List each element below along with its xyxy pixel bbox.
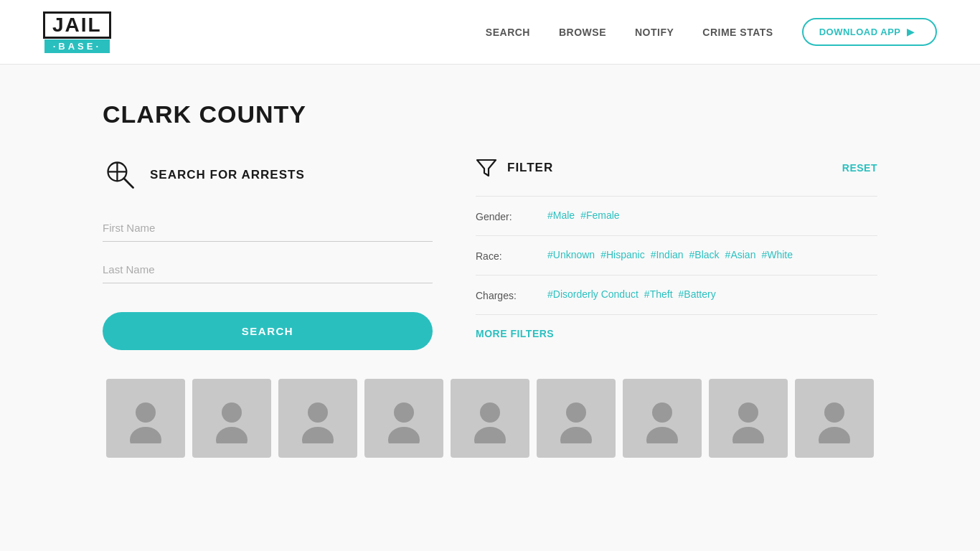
gender-label: Gender:	[476, 209, 533, 222]
logo-jail-text: JAIL	[43, 11, 111, 39]
profile-avatar-icon	[293, 393, 343, 443]
filter-title: FILTER	[507, 161, 553, 175]
svg-point-6	[130, 427, 161, 443]
nav-crime-stats[interactable]: CRIME STATS	[702, 27, 773, 38]
filter-title-group: FILTER	[476, 157, 553, 179]
charges-label: Charges:	[476, 288, 533, 301]
search-section-header: SEARCH FOR ARRESTS	[103, 157, 433, 193]
profile-avatar-icon	[465, 393, 515, 443]
nav-notify[interactable]: NOTIFY	[635, 27, 674, 38]
reset-button[interactable]: RESET	[842, 162, 877, 174]
svg-point-13	[480, 402, 500, 423]
logo-base-text: ·BASE·	[44, 39, 110, 53]
svg-marker-4	[477, 160, 496, 176]
svg-point-5	[136, 402, 156, 423]
svg-point-10	[302, 427, 334, 443]
profile-avatar-icon	[379, 393, 429, 443]
svg-point-9	[308, 402, 328, 423]
profile-card[interactable]	[364, 379, 443, 458]
svg-point-7	[222, 402, 242, 423]
svg-point-21	[824, 402, 844, 423]
svg-point-20	[732, 427, 764, 443]
svg-point-15	[566, 402, 586, 423]
charges-filter-row: Charges: #Disorderly Conduct #Theft #Bat…	[476, 275, 877, 315]
svg-line-3	[124, 179, 133, 188]
last-name-field	[103, 256, 433, 283]
gender-tags: #Male #Female	[547, 209, 620, 221]
gender-filter-row: Gender: #Male #Female	[476, 196, 877, 235]
profile-card[interactable]	[192, 379, 271, 458]
profile-avatar-icon	[809, 393, 859, 443]
race-tag-asian[interactable]: #Asian	[725, 249, 756, 260]
profile-card[interactable]	[537, 379, 616, 458]
profile-card[interactable]	[795, 379, 874, 458]
profile-card[interactable]	[623, 379, 702, 458]
profile-avatar-icon	[551, 393, 601, 443]
gender-tag-female[interactable]: #Female	[580, 209, 619, 221]
svg-point-18	[646, 427, 678, 443]
search-icon-svg	[104, 159, 137, 192]
race-tag-white[interactable]: #White	[761, 249, 793, 260]
charges-tag-battery[interactable]: #Battery	[679, 288, 716, 300]
race-tag-indian[interactable]: #Indian	[651, 249, 684, 260]
search-button[interactable]: SEARCH	[103, 312, 433, 350]
svg-point-16	[560, 427, 592, 443]
charges-tags: #Disorderly Conduct #Theft #Battery	[547, 288, 716, 300]
svg-point-22	[819, 427, 850, 443]
first-name-field	[103, 215, 433, 242]
more-filters-button[interactable]: MORE FILTERS	[476, 328, 554, 339]
race-tags: #Unknown #Hispanic #Indian #Black #Asian…	[547, 249, 793, 260]
first-name-input[interactable]	[103, 215, 433, 242]
charges-tag-theft[interactable]: #Theft	[644, 288, 673, 300]
race-tag-hispanic[interactable]: #Hispanic	[600, 249, 644, 260]
nav-browse[interactable]: BROWSE	[559, 27, 606, 38]
gender-tag-male[interactable]: #Male	[547, 209, 575, 221]
page-title: CLARK COUNTY	[103, 100, 877, 128]
main-content: CLARK COUNTY SEARCH FOR ARRE	[60, 65, 920, 494]
svg-point-8	[216, 427, 248, 443]
profile-avatar-icon	[207, 393, 257, 443]
svg-point-17	[652, 402, 672, 423]
search-section: SEARCH FOR ARRESTS SEARCH	[103, 157, 433, 350]
main-nav: SEARCH BROWSE NOTIFY CRIME STATS DOWNLOA…	[486, 18, 937, 46]
filter-section-header: FILTER RESET	[476, 157, 877, 179]
race-tag-unknown[interactable]: #Unknown	[547, 249, 595, 260]
search-arrests-icon	[103, 157, 138, 193]
download-app-label: DOWNLOAD APP	[819, 27, 901, 37]
download-app-button[interactable]: DOWNLOAD APP ▶	[802, 18, 937, 46]
search-filter-layout: SEARCH FOR ARRESTS SEARCH FILTER RESET	[103, 157, 877, 350]
last-name-input[interactable]	[103, 256, 433, 283]
search-section-title: SEARCH FOR ARRESTS	[150, 168, 305, 182]
filter-section: FILTER RESET Gender: #Male #Female Race:…	[476, 157, 877, 350]
svg-point-19	[738, 402, 758, 423]
race-filter-row: Race: #Unknown #Hispanic #Indian #Black …	[476, 235, 877, 275]
play-icon: ▶	[907, 27, 915, 37]
filter-icon-svg	[476, 157, 497, 179]
profiles-row	[103, 379, 877, 458]
profile-card[interactable]	[451, 379, 529, 458]
site-header: JAIL ·BASE· SEARCH BROWSE NOTIFY CRIME S…	[0, 0, 980, 65]
nav-search[interactable]: SEARCH	[486, 27, 530, 38]
race-label: Race:	[476, 249, 533, 262]
site-logo[interactable]: JAIL ·BASE·	[43, 11, 111, 53]
profile-card[interactable]	[106, 379, 185, 458]
svg-point-12	[388, 427, 420, 443]
race-tag-black[interactable]: #Black	[689, 249, 720, 260]
profile-card[interactable]	[709, 379, 788, 458]
profile-card[interactable]	[278, 379, 357, 458]
profile-avatar-icon	[723, 393, 773, 443]
profile-avatar-icon	[637, 393, 687, 443]
profile-avatar-icon	[121, 393, 171, 443]
svg-point-14	[474, 427, 506, 443]
svg-point-11	[394, 402, 414, 423]
charges-tag-disorderly[interactable]: #Disorderly Conduct	[547, 288, 639, 300]
